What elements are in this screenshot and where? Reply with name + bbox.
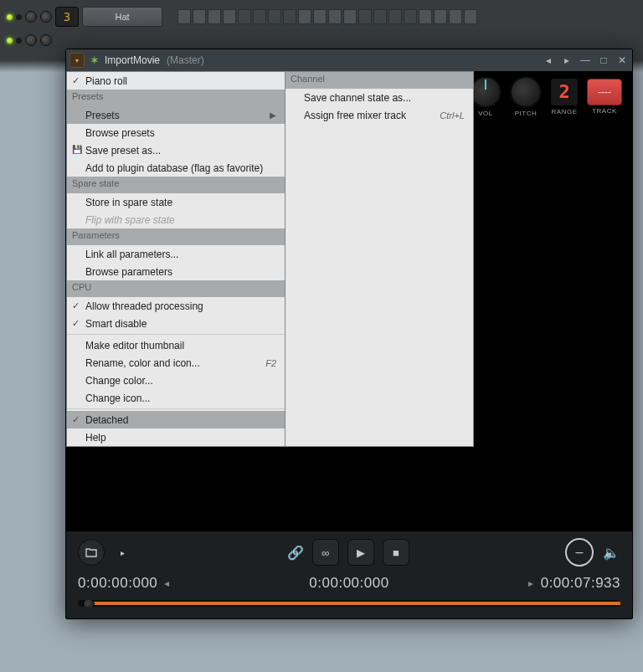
menu-item[interactable]: 💾Save preset as... — [67, 141, 285, 159]
menu-item[interactable]: Store in spare state — [67, 193, 285, 211]
pitch-range-value[interactable]: 2 — [550, 78, 579, 106]
minimize-icon[interactable]: — — [579, 54, 592, 66]
seek-thumb[interactable] — [83, 600, 95, 607]
menu-item-label: Add to plugin database (flag as favorite… — [85, 162, 263, 174]
menu-item-label: Save preset as... — [85, 145, 161, 156]
pan-knob[interactable] — [25, 34, 37, 46]
menu-item[interactable]: Change icon... — [67, 389, 285, 407]
menu-item[interactable]: Add to plugin database (flag as favorite… — [67, 159, 285, 177]
submenu-arrow-icon: ▶ — [270, 110, 276, 120]
channel-enable-led[interactable] — [7, 38, 13, 44]
menu-item[interactable]: ✓Detached — [67, 411, 285, 428]
menu-item[interactable]: Link all parameters... — [67, 245, 285, 263]
maximize-icon[interactable]: □ — [597, 54, 610, 66]
prev-preset-icon[interactable]: ◂ — [542, 54, 555, 66]
plugin-window: ▾ ✶ ImportMovie (Master) ◂ ▸ — □ ✕ VOL P… — [65, 49, 633, 619]
folder-icon — [85, 547, 97, 557]
check-icon: ✓ — [72, 300, 80, 311]
menu-item[interactable]: ✓Smart disable — [67, 315, 285, 332]
next-preset-icon[interactable]: ▸ — [560, 54, 574, 66]
menu-item-label: Piano roll — [85, 75, 127, 87]
save-icon: 💾 — [72, 145, 82, 154]
pitch-knob[interactable] — [510, 76, 542, 108]
menu-item[interactable]: Presets▶ — [67, 106, 285, 124]
menu-item-label: Flip with spare state — [85, 214, 175, 226]
title-bar[interactable]: ▾ ✶ ImportMovie (Master) ◂ ▸ — □ ✕ — [66, 49, 632, 71]
window-title: ImportMovie — [105, 54, 160, 66]
channel-mute-led[interactable] — [16, 38, 22, 44]
menu-item-label: Assign free mixer track — [304, 110, 406, 121]
check-icon: ✓ — [72, 318, 80, 329]
menu-item-label: Browse parameters — [85, 266, 172, 278]
menu-item[interactable]: Save channel state as... — [285, 89, 473, 106]
channel-number[interactable]: 3 — [55, 7, 79, 27]
volume-knob[interactable] — [40, 11, 52, 23]
loop-button[interactable]: ∞ — [312, 539, 339, 566]
menu-item[interactable]: Browse parameters — [67, 263, 285, 280]
menu-item-label: Store in spare state — [85, 197, 172, 208]
zoom-out-button[interactable]: – — [565, 538, 594, 567]
menu-separator — [67, 334, 285, 335]
menu-item-label: Smart disable — [85, 318, 147, 330]
timecode-start: 0:00:00:000 — [78, 575, 157, 592]
channel-enable-led[interactable] — [7, 14, 13, 20]
timecode-end: 0:00:07:933 — [541, 575, 620, 592]
menu-item-label: Allow threaded processing — [85, 300, 203, 312]
open-file-button[interactable] — [78, 539, 105, 566]
volume-knob[interactable] — [40, 34, 52, 46]
range-label: RANGE — [552, 108, 578, 115]
mixer-track-button[interactable]: ---- — [587, 79, 622, 105]
close-icon[interactable]: ✕ — [615, 54, 629, 66]
menu-hotkey: Ctrl+L — [440, 110, 465, 121]
nudge-left-icon[interactable]: ◂ — [161, 577, 173, 589]
transport-bar: ▸ 🔗 ∞ ▶ ■ – 🔈 0:00:00:000 ◂ 0:00:00:000 … — [66, 531, 632, 618]
channel-submenu: ChannelSave channel state as...Assign fr… — [285, 71, 474, 447]
menu-item[interactable]: ✓Piano roll — [67, 72, 285, 90]
channel-name-button[interactable]: Hat — [82, 7, 162, 27]
menu-section-header: Presets — [67, 90, 285, 106]
pattern-row: 3 Hat — [0, 5, 643, 28]
menu-section-header: Channel — [285, 72, 473, 89]
seek-bar[interactable] — [78, 600, 620, 607]
pan-knob[interactable] — [25, 11, 37, 23]
menu-section-header: Parameters — [67, 228, 285, 245]
step-forward-icon[interactable]: ▸ — [113, 543, 131, 562]
volume-label: VOL — [478, 110, 493, 117]
plugin-options-menu: ✓Piano rollPresetsPresets▶Browse presets… — [66, 71, 285, 447]
menu-item-label: Save channel state as... — [304, 92, 411, 104]
plugin-menu-caret[interactable]: ▾ — [69, 53, 85, 68]
menu-separator — [67, 408, 285, 409]
play-button[interactable]: ▶ — [347, 539, 374, 566]
timecode-position: 0:00:00:000 — [309, 575, 388, 592]
menu-item-label: Presets — [85, 110, 120, 121]
channel-mute-led[interactable] — [16, 14, 22, 20]
volume-knob[interactable] — [470, 76, 502, 108]
menu-item-label: Detached — [85, 414, 128, 426]
gear-icon[interactable]: ✶ — [90, 54, 100, 66]
menu-item-label: Change icon... — [85, 392, 150, 404]
menu-item[interactable]: Make editor thumbnail — [67, 336, 285, 354]
check-icon: ✓ — [72, 75, 80, 86]
menu-item-label: Make editor thumbnail — [85, 340, 184, 351]
pitch-label: PITCH — [515, 110, 538, 117]
menu-item-label: Browse presets — [85, 127, 155, 139]
menu-item[interactable]: Help — [67, 428, 285, 446]
menu-item[interactable]: ✓Allow threaded processing — [67, 297, 285, 315]
menu-section-header: Spare state — [67, 177, 285, 193]
menu-item[interactable]: Change color... — [67, 372, 285, 389]
menu-item[interactable]: Browse presets — [67, 124, 285, 141]
menu-item[interactable]: Assign free mixer trackCtrl+L — [285, 106, 473, 124]
channel-header-controls: VOL PITCH 2 RANGE ---- TRACK — [466, 71, 625, 118]
nudge-right-icon[interactable]: ▸ — [525, 577, 538, 589]
menu-item[interactable]: Rename, color and icon...F2 — [67, 354, 285, 372]
menu-hotkey: F2 — [265, 358, 276, 368]
menu-item: Flip with spare state — [67, 211, 285, 228]
step-grid[interactable] — [177, 9, 477, 24]
stop-button[interactable]: ■ — [383, 539, 409, 566]
link-icon[interactable]: 🔗 — [287, 545, 304, 561]
mute-icon[interactable]: 🔈 — [602, 543, 620, 562]
track-label: TRACK — [592, 107, 617, 115]
menu-item-label: Link all parameters... — [85, 249, 178, 260]
window-subtitle: (Master) — [167, 54, 204, 66]
menu-item-label: Change color... — [85, 375, 153, 387]
